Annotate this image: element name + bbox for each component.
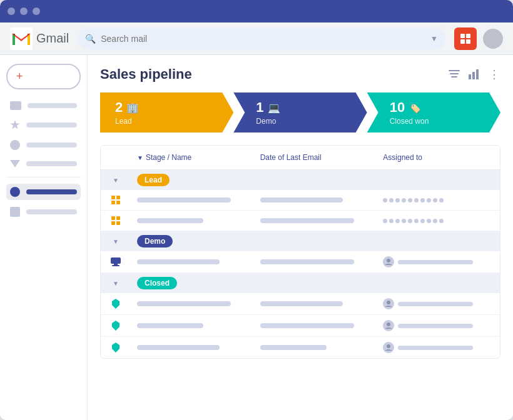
stage-demo-content: 1 💻 Demo: [246, 99, 280, 126]
closed-row-3[interactable]: [101, 337, 500, 358]
dot-4: [402, 198, 406, 202]
closed-assigned-bar-2: [398, 324, 473, 328]
stage-lead-count: 2 🏢: [115, 99, 139, 116]
lead-row-1-icon: [101, 195, 131, 205]
search-bar[interactable]: 🔍 ▼: [78, 28, 445, 49]
lead-row-2-name: [131, 218, 254, 223]
lead-badge: Lead: [137, 174, 170, 186]
closed-row-1[interactable]: [101, 293, 500, 315]
compose-button[interactable]: +: [6, 64, 81, 89]
svg-rect-4: [466, 34, 470, 38]
demo-row-1-email: [254, 259, 377, 264]
dot-3: [395, 198, 400, 202]
section-lead[interactable]: ▼ Lead: [101, 170, 500, 190]
lead-row-2[interactable]: [101, 211, 500, 231]
demo-assigned-bar-1: [398, 260, 473, 264]
user-avatar[interactable]: [483, 29, 503, 49]
closed-row-1-assigned: [377, 298, 500, 309]
sidebar-item-inbox[interactable]: [6, 98, 81, 113]
lead-row-2-email: [254, 218, 377, 223]
closed-assigned-avatar-1: [383, 298, 394, 309]
demo-row-1-icon: [101, 258, 131, 266]
recent-bar: [26, 142, 77, 148]
lead-row-1-email-bar: [260, 198, 343, 202]
closed-row-2-icon: [101, 321, 131, 331]
gmail-m-icon: [10, 28, 33, 50]
svg-rect-6: [466, 39, 470, 44]
lead-row-1-assigned: [377, 198, 500, 202]
closed-stage-icon: 🏷️: [409, 102, 421, 114]
stage-closed[interactable]: 10 🏷️ Closed won: [367, 92, 500, 132]
pipeline-table: ▼ Stage / Name Date of Last Email Assign…: [100, 145, 500, 359]
stage-closed-label: Closed won: [390, 117, 429, 126]
svg-point-24: [387, 259, 390, 262]
apps-icon[interactable]: [454, 28, 477, 50]
table-header: ▼ Stage / Name Date of Last Email Assign…: [101, 146, 500, 170]
demo-row-1-email-bar: [260, 259, 354, 264]
closed-row-2-name: [131, 323, 254, 328]
more-bar: [26, 161, 77, 166]
lead-row-2-email-bar: [260, 218, 354, 223]
svg-rect-23: [112, 265, 119, 266]
svg-rect-20: [116, 221, 120, 225]
closed-row-2[interactable]: [101, 315, 500, 337]
sidebar-divider: [6, 177, 81, 178]
demo-stage-icon: 💻: [268, 102, 280, 114]
closed-row-3-icon: [101, 342, 131, 352]
sidebar-item-active[interactable]: [6, 184, 81, 200]
section-closed[interactable]: ▼ Closed: [101, 273, 500, 293]
closed-assigned-avatar-2: [383, 320, 394, 331]
lead-row-1-name: [131, 198, 254, 202]
lead-row-2-assigned: [377, 219, 500, 223]
svg-rect-8: [450, 73, 459, 74]
stage-demo[interactable]: 1 💻 Demo: [233, 92, 367, 132]
search-icon: 🔍: [85, 34, 96, 44]
pipeline: 2 🏢 Lead 1 💻 Demo: [100, 92, 500, 132]
section-closed-toggle[interactable]: ▼: [101, 280, 131, 287]
chart-icon[interactable]: [468, 68, 480, 81]
sidebar-item-more[interactable]: [6, 157, 81, 171]
dot-a4: [402, 219, 406, 223]
svg-rect-15: [111, 201, 115, 204]
lead-stage-icon: 🏢: [126, 102, 139, 114]
stage-lead[interactable]: 2 🏢 Lead: [100, 92, 233, 132]
lead-row-1[interactable]: [101, 190, 500, 211]
svg-rect-3: [460, 34, 465, 38]
dot-a9: [433, 219, 437, 223]
section-demo-badge-cell: Demo: [131, 235, 254, 248]
svg-rect-21: [111, 258, 121, 264]
section-demo-toggle[interactable]: ▼: [101, 238, 131, 245]
lead-row-1-name-bar: [137, 198, 231, 202]
titlebar-dot-3: [33, 8, 40, 15]
sidebar-item-box[interactable]: [6, 204, 81, 220]
filter-icon[interactable]: [448, 68, 460, 81]
sidebar-item-recent[interactable]: [6, 137, 81, 153]
section-demo[interactable]: ▼ Demo: [101, 231, 500, 251]
demo-row-1[interactable]: [101, 251, 500, 273]
closed-row-2-name-bar: [137, 323, 203, 328]
svg-rect-9: [451, 76, 457, 78]
dot-9: [433, 198, 437, 202]
sidebar-item-starred[interactable]: [6, 117, 81, 133]
svg-rect-11: [472, 72, 475, 79]
dot-a3: [395, 219, 400, 223]
section-lead-toggle[interactable]: ▼: [101, 177, 131, 184]
more-options-icon[interactable]: ⋮: [488, 68, 500, 81]
dropdown-icon: ▼: [430, 34, 438, 43]
closed-row-2-email-bar: [260, 323, 354, 328]
svg-rect-18: [116, 216, 120, 220]
title-bar: [0, 0, 513, 22]
active-bar: [26, 189, 77, 194]
section-lead-badge-cell: Lead: [131, 174, 254, 186]
chrome-icons: [454, 28, 503, 50]
closed-row-3-name-bar: [137, 345, 220, 350]
svg-rect-5: [460, 39, 465, 44]
dot-a1: [383, 219, 387, 223]
dot-1: [383, 198, 387, 202]
dot-a10: [439, 219, 444, 223]
stage-lead-content: 2 🏢 Lead: [113, 99, 139, 126]
search-input[interactable]: [101, 34, 425, 44]
closed-row-1-email: [254, 301, 377, 306]
svg-rect-19: [111, 221, 115, 225]
demo-row-1-name: [131, 259, 254, 264]
